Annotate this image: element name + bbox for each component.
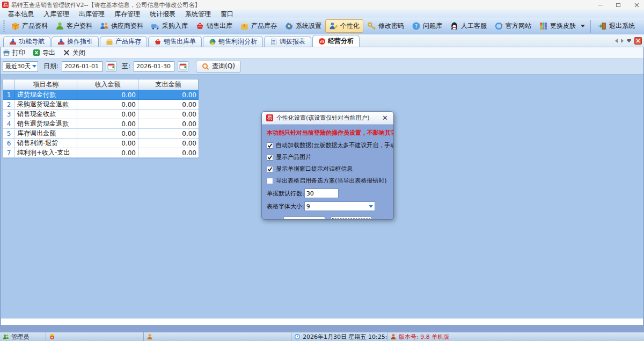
tab-scroll-left-icon[interactable] <box>615 39 618 43</box>
tab-label: 销售出库单 <box>164 37 196 46</box>
date-range-value: 最近30天 <box>5 62 31 70</box>
table-row[interactable]: 7 纯利润+收入-支出 0.00 0.00 <box>3 148 199 158</box>
date-from-input[interactable] <box>62 61 103 72</box>
toolbar-item-system-settings[interactable]: 系统设置 <box>281 19 325 33</box>
date-to-input[interactable] <box>134 61 174 72</box>
dialog-app-icon: 易 <box>266 114 273 121</box>
menu-item-basic-info[interactable]: 基本信息 <box>3 10 39 19</box>
menu-item-window[interactable]: 窗口 <box>216 10 238 19</box>
truck-icon <box>151 21 160 31</box>
column-header[interactable]: 项目名称 <box>15 79 77 90</box>
font-size-row: 表格字体大小: 9 <box>267 201 389 211</box>
save-button[interactable]: 保存(S) <box>283 216 325 220</box>
toolbar-item-product-stock[interactable]: 产品库存 <box>236 19 281 33</box>
column-header[interactable]: 收入金额 <box>77 79 138 90</box>
menu-item-inbound[interactable]: 入库管理 <box>39 10 74 19</box>
income-cell: 0.00 <box>77 110 138 119</box>
toolbar-item-change-password[interactable]: 修改密码 <box>363 19 408 33</box>
tab-close-icon[interactable] <box>634 37 642 45</box>
toolbar-item-label: 采购入库 <box>162 21 188 31</box>
checkbox-show-prompt[interactable]: 显示单据窗口提示对话框信息 <box>267 165 389 173</box>
to-label: 至: <box>122 62 130 71</box>
checkbox-export-fallback[interactable]: 导出表格启用备选方案(当导出表格报错时) <box>267 177 389 185</box>
toolbar-item-product-info[interactable]: 产品资料 <box>7 19 52 33</box>
tab-transfer-report[interactable]: 调拨报表 <box>264 36 311 47</box>
tab-function-nav[interactable]: 功能导航 <box>3 36 50 47</box>
toolbar-item-customer-service[interactable]: 人工客服 <box>446 19 491 33</box>
table-row[interactable]: 1 进货现金付款 0.00 0.00 <box>3 90 199 100</box>
income-cell: 0.00 <box>77 100 138 110</box>
dialog-close-icon[interactable]: ✕ <box>381 114 389 122</box>
column-header[interactable]: 支出金额 <box>138 79 199 90</box>
table-row[interactable]: 3 销售现金收款 0.00 0.00 <box>3 110 199 119</box>
toolbar-item-customer-info[interactable]: 客户资料 <box>52 19 96 33</box>
dialog-title-bar[interactable]: 易 个性化设置(该设置仅针对当前用户) ✕ <box>262 112 393 125</box>
export-button[interactable]: 导出 <box>33 48 55 57</box>
font-size-label: 表格字体大小: <box>267 202 304 211</box>
date-from-calendar-button[interactable] <box>106 61 116 72</box>
row-number-header <box>3 79 15 90</box>
export-label: 导出 <box>42 48 55 57</box>
toolbar-item-label: 官方网站 <box>506 21 531 31</box>
close-report-button[interactable]: 关闭 <box>63 48 85 57</box>
tab-bar: 功能导航 操作指引 产品库存 销售出库单 销售利润分析 调拨报表 经营分析 <box>0 34 644 47</box>
toolbar-item-label: 系统设置 <box>296 21 321 31</box>
row-number: 1 <box>3 90 15 100</box>
checkbox-checked-icon[interactable] <box>267 154 273 161</box>
tab-scroll-right-icon[interactable] <box>621 39 624 43</box>
font-size-value: 9 <box>306 203 310 210</box>
menu-item-system[interactable]: 系统管理 <box>180 10 216 19</box>
skin-dropdown-arrow-icon[interactable] <box>581 25 585 27</box>
minimize-button[interactable] <box>596 1 604 9</box>
date-range-select[interactable]: 最近30天 <box>3 61 38 72</box>
cancel-button[interactable]: 取消(E) <box>331 216 372 220</box>
status-user: 管理员 <box>11 333 29 341</box>
supplier-icon <box>100 21 109 31</box>
tab-operation-guide[interactable]: 操作指引 <box>52 36 99 47</box>
maximize-button[interactable] <box>614 1 623 9</box>
default-rows-input[interactable] <box>304 188 339 198</box>
red-cart-icon <box>195 21 204 31</box>
tab-business-analysis[interactable]: 经营分析 <box>312 35 360 47</box>
table-row[interactable]: 6 销售利润-退货 0.00 0.00 <box>3 139 199 148</box>
toolbar-item-change-skin[interactable]: 更换皮肤 <box>535 19 580 33</box>
version-person-icon <box>390 333 397 340</box>
item-name-cell: 库存调出金额 <box>15 129 77 139</box>
table-row[interactable]: 5 库存调出金额 0.00 0.00 <box>3 129 199 139</box>
toolbar-item-personalize[interactable]: 个性化 <box>325 19 363 33</box>
toolbar-item-official-website[interactable]: 官方网站 <box>491 19 535 33</box>
menu-item-inventory[interactable]: 库存管理 <box>109 10 145 19</box>
row-number: 4 <box>3 119 15 129</box>
tab-sales-order[interactable]: 销售出库单 <box>148 36 202 47</box>
menu-item-outbound[interactable]: 出库管理 <box>74 10 109 19</box>
table-row[interactable]: 2 采购退货现金退款 0.00 0.00 <box>3 100 199 110</box>
checkbox-checked-icon[interactable] <box>267 142 273 149</box>
tab-label: 调拨报表 <box>280 37 305 46</box>
print-label: 打印 <box>12 48 25 57</box>
checkbox-auto-load[interactable]: 自动加载数据(云版数据太多不建议开启，手动点查询) <box>267 141 389 149</box>
item-name-cell: 进货现金付款 <box>15 90 77 100</box>
toolbar-item-sales-out[interactable]: 销售出库 <box>192 19 236 33</box>
toolbar-item-question-bank[interactable]: ? 问题库 <box>408 19 446 33</box>
print-button[interactable]: 打印 <box>3 48 25 57</box>
close-button[interactable] <box>632 1 641 9</box>
stock-box-icon <box>106 38 113 46</box>
table-row[interactable]: 4 销售退货现金退款 0.00 0.00 <box>3 119 199 129</box>
horizontal-scroll-track[interactable] <box>1 318 643 325</box>
pie-chart-icon <box>209 38 216 46</box>
tab-product-stock[interactable]: 产品库存 <box>100 36 147 47</box>
query-button[interactable]: 查询(Q) <box>196 61 241 72</box>
checkbox-show-images[interactable]: 显示产品图片 <box>267 153 389 161</box>
checkbox-unchecked-icon[interactable] <box>267 178 273 184</box>
menu-item-reports[interactable]: 统计报表 <box>145 10 180 19</box>
font-size-select[interactable]: 9 <box>304 201 375 211</box>
magnifier-icon <box>202 63 209 70</box>
toolbar-item-purchase-in[interactable]: 采购入库 <box>147 19 192 33</box>
date-to-calendar-button[interactable] <box>178 61 188 72</box>
checkbox-checked-icon[interactable] <box>267 166 273 172</box>
toolbar-item-label: 供应商资料 <box>111 21 143 31</box>
tab-profit-analysis[interactable]: 销售利润分析 <box>203 36 263 47</box>
tab-overflow-icon[interactable] <box>627 39 631 42</box>
toolbar-item-supplier-info[interactable]: 供应商资料 <box>96 19 147 33</box>
toolbar-item-exit-system[interactable]: 退出系统 <box>594 19 639 33</box>
